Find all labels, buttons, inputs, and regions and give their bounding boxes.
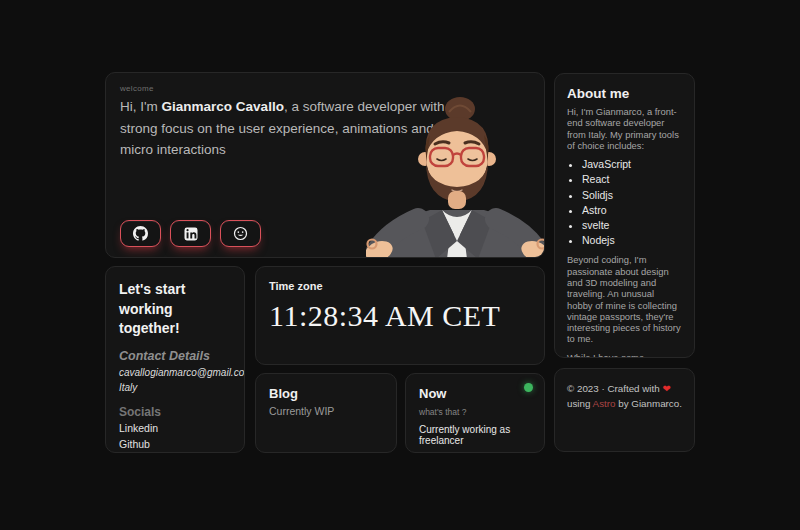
tool-item: svelte: [582, 219, 682, 232]
copyright-text: © 2023 · Crafted with: [567, 383, 662, 394]
blog-card[interactable]: Blog Currently WIP: [255, 373, 397, 453]
contact-card: Let's start working together! Contact De…: [105, 266, 245, 453]
github-button[interactable]: [120, 220, 161, 247]
social-link-medium[interactable]: Medium: [119, 452, 231, 453]
now-status: Currently working as freelancer: [419, 424, 531, 446]
social-link-github[interactable]: Github: [119, 437, 231, 453]
socials-heading: Socials: [119, 405, 231, 419]
about-card: About me Hi, I'm Gianmarco, a front-end …: [554, 73, 695, 358]
footer-by-text: by Gianmarco.: [615, 398, 681, 409]
tool-item: Solidjs: [582, 189, 682, 202]
about-intro: Hi, I'm Gianmarco, a front-end software …: [567, 106, 682, 151]
timezone-card: Time zone 11:28:34 AM CET: [255, 266, 545, 365]
heart-icon: ❤: [662, 383, 670, 394]
online-status-dot: [524, 383, 533, 392]
timezone-title: Time zone: [269, 280, 531, 292]
linkedin-icon: [184, 227, 198, 241]
tools-list: JavaScript React Solidjs Astro svelte No…: [567, 158, 682, 247]
astro-link[interactable]: Astro: [593, 398, 616, 409]
welcome-eyebrow: welcome: [120, 84, 530, 93]
github-icon: [133, 226, 148, 241]
smiley-icon: [233, 226, 248, 241]
bento-grid: welcome Hi, I'm Gianmarco Cavallo, a sof…: [105, 72, 695, 454]
tool-item: JavaScript: [582, 158, 682, 171]
blog-status: Currently WIP: [269, 405, 383, 417]
social-link-linkedin[interactable]: Linkedin: [119, 421, 231, 437]
location-label: Italy: [119, 380, 231, 395]
hero-intro-prefix: Hi, I'm: [120, 99, 162, 114]
linkedin-button[interactable]: [170, 220, 211, 247]
hero-card: welcome Hi, I'm Gianmarco Cavallo, a sof…: [105, 72, 545, 258]
footer-card: © 2023 · Crafted with ❤ using Astro by G…: [554, 368, 695, 452]
avatar-memoji: [366, 93, 545, 258]
now-title: Now: [419, 386, 531, 401]
now-card: Now what's that ? Currently working as f…: [405, 373, 545, 453]
about-hobby: Beyond coding, I'm passionate about desi…: [567, 254, 682, 344]
now-hint-link[interactable]: what's that ?: [419, 407, 531, 417]
tool-item: React: [582, 173, 682, 186]
contact-details-heading: Contact Details: [119, 349, 231, 363]
email-link[interactable]: cavallogianmarco@gmail.com: [119, 365, 231, 380]
contact-title: Let's start working together!: [119, 280, 231, 339]
about-philosophy: While I have some preferred tools, I alw…: [567, 352, 682, 358]
about-title: About me: [567, 86, 682, 101]
hero-name: Gianmarco Cavallo: [162, 99, 284, 114]
blog-title: Blog: [269, 386, 383, 401]
clock-display: 11:28:34 AM CET: [269, 299, 531, 333]
smiley-button[interactable]: [220, 220, 261, 247]
tool-item: Nodejs: [582, 234, 682, 247]
tool-item: Astro: [582, 204, 682, 217]
hero-social-buttons: [120, 220, 261, 247]
footer-using-text: using: [567, 398, 593, 409]
